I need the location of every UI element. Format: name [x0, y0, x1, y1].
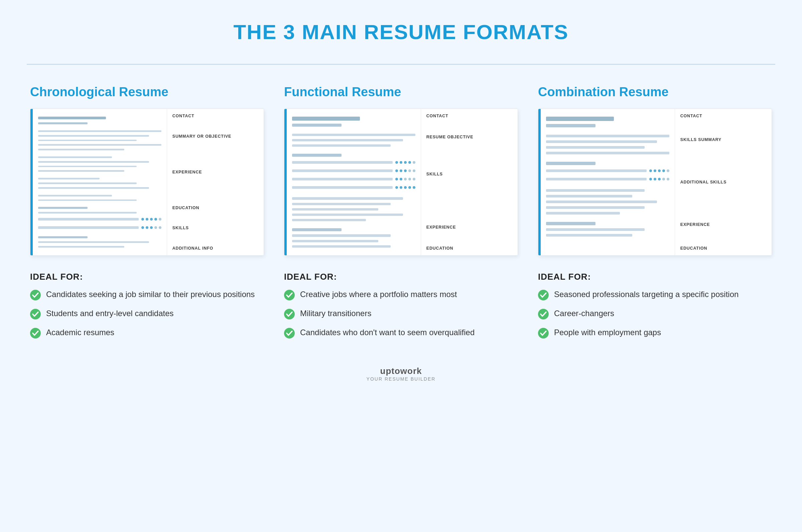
label-additional-skills: ADDITIONAL SKILLS — [680, 180, 766, 185]
label-education: EDUCATION — [172, 206, 258, 210]
label-experience: EXPERIENCE — [172, 170, 258, 174]
check-text-9: People with employment gaps — [554, 327, 661, 338]
left-accent-bar — [31, 109, 33, 255]
check-item-5: Military transitioners — [284, 308, 518, 320]
functional-title: Functional Resume — [284, 85, 518, 99]
resume-content-3: CONTACT SKILLS SUMMARY ADDITIONAL SKILLS… — [541, 109, 771, 255]
check-icon-3 — [30, 328, 41, 339]
check-icon-5 — [284, 309, 295, 320]
resume-labels-3: CONTACT SKILLS SUMMARY ADDITIONAL SKILLS… — [675, 109, 771, 255]
check-text-2: Students and entry-level candidates — [46, 308, 174, 319]
left-accent-bar-3 — [538, 109, 541, 255]
check-icon-6 — [284, 328, 295, 339]
resume-body-2 — [287, 109, 421, 255]
footer: uptowork YOUR RESUME BUILDER — [367, 366, 436, 382]
footer-logo: uptowork — [367, 366, 436, 376]
resume-labels: CONTACT SUMMARY OR OBJECTIVE EXPERIENCE … — [167, 109, 264, 255]
columns-wrapper: Chronological Resume — [27, 85, 775, 346]
label-experience-3: EXPERIENCE — [680, 222, 766, 227]
check-text-7: Seasoned professionals targeting a speci… — [554, 289, 739, 300]
check-text-6: Candidates who don't want to seem overqu… — [300, 327, 475, 338]
check-item-6: Candidates who don't want to seem overqu… — [284, 327, 518, 339]
check-item-8: Career-changers — [538, 308, 772, 320]
check-item-2: Students and entry-level candidates — [30, 308, 264, 320]
chronological-ideal-for: IDEAL FOR: — [30, 272, 264, 282]
check-item-7: Seasoned professionals targeting a speci… — [538, 289, 772, 300]
column-chronological: Chronological Resume — [30, 85, 264, 346]
footer-tagline: YOUR RESUME BUILDER — [367, 376, 436, 382]
label-education-2: EDUCATION — [426, 246, 512, 251]
check-text-4: Creative jobs where a portfolio matters … — [300, 289, 457, 300]
check-icon-1 — [30, 290, 41, 300]
combination-title: Combination Resume — [538, 85, 772, 99]
label-contact: CONTACT — [172, 114, 258, 118]
label-additional: ADDITIONAL INFO — [172, 246, 258, 251]
resume-body-3 — [541, 109, 675, 255]
chronological-title: Chronological Resume — [30, 85, 264, 99]
label-experience-2: EXPERIENCE — [426, 225, 512, 230]
check-text-8: Career-changers — [554, 308, 614, 319]
label-summary: SUMMARY OR OBJECTIVE — [172, 134, 258, 139]
check-icon-8 — [538, 309, 549, 320]
functional-resume-mockup: CONTACT RESUME OBJECTIVE SKILLS EXPERIEN… — [284, 109, 518, 255]
check-icon-4 — [284, 290, 295, 300]
label-objective: RESUME OBJECTIVE — [426, 135, 512, 139]
column-combination: Combination Resume — [538, 85, 772, 346]
resume-content: CONTACT SUMMARY OR OBJECTIVE EXPERIENCE … — [33, 109, 264, 255]
header-divider — [27, 64, 775, 65]
label-skills-summary: SKILLS SUMMARY — [680, 137, 766, 142]
check-icon-7 — [538, 290, 549, 300]
resume-content-2: CONTACT RESUME OBJECTIVE SKILLS EXPERIEN… — [287, 109, 518, 255]
label-skills-2: SKILLS — [426, 172, 512, 176]
check-item-4: Creative jobs where a portfolio matters … — [284, 289, 518, 300]
label-contact-3: CONTACT — [680, 114, 766, 118]
resume-body — [33, 109, 167, 255]
check-icon-9 — [538, 328, 549, 339]
check-item-3: Academic resumes — [30, 327, 264, 339]
label-skills: SKILLS — [172, 226, 258, 230]
left-accent-bar-2 — [284, 109, 287, 255]
resume-labels-2: CONTACT RESUME OBJECTIVE SKILLS EXPERIEN… — [421, 109, 518, 255]
check-text-3: Academic resumes — [46, 327, 114, 338]
label-contact-2: CONTACT — [426, 114, 512, 118]
combination-resume-mockup: CONTACT SKILLS SUMMARY ADDITIONAL SKILLS… — [538, 109, 772, 255]
subtitle-bar — [38, 122, 88, 124]
name-bar — [38, 117, 106, 119]
combination-ideal-for: IDEAL FOR: — [538, 272, 772, 282]
functional-ideal-for: IDEAL FOR: — [284, 272, 518, 282]
check-text-1: Candidates seeking a job similar to thei… — [46, 289, 255, 300]
chronological-resume-mockup: CONTACT SUMMARY OR OBJECTIVE EXPERIENCE … — [30, 109, 264, 255]
check-text-5: Military transitioners — [300, 308, 371, 319]
label-education-3: EDUCATION — [680, 246, 766, 251]
check-item-9: People with employment gaps — [538, 327, 772, 339]
check-icon-2 — [30, 309, 41, 320]
column-functional: Functional Resume — [284, 85, 518, 346]
check-item-1: Candidates seeking a job similar to thei… — [30, 289, 264, 300]
page-title: THE 3 MAIN RESUME FORMATS — [234, 20, 569, 44]
